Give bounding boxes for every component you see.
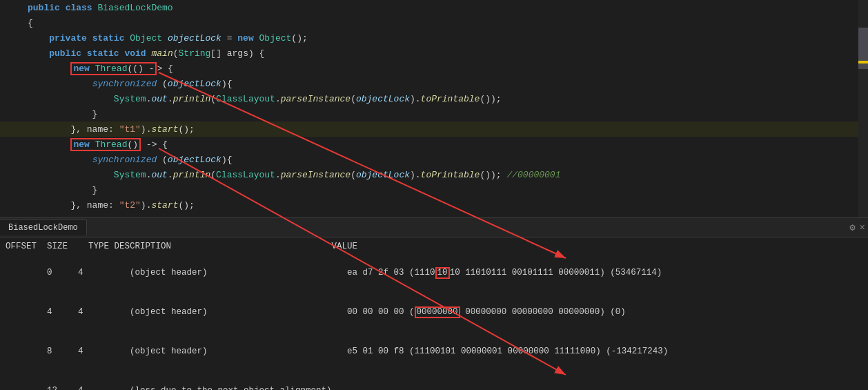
thread1-end-line: }, name: "t1").start(); (0, 121, 868, 137)
console-header: OFFSET SIZE TYPE DESCRIPTION VALUE (6, 240, 862, 253)
console-tab-biasedlockdemo[interactable]: BiasedLockDemo (0, 220, 87, 235)
close-icon[interactable]: × (860, 222, 865, 233)
code-line: public static void main(String[] args) { (0, 46, 868, 61)
code-line: public class BiasedLockDemo (0, 0, 868, 15)
code-line: private static Object objectLock = new O… (0, 30, 868, 46)
console-area: BiasedLockDemo ⚙ × OFFSET SIZE TYPE DESC… (0, 217, 868, 390)
thread1-line: new Thread(() -> { (0, 61, 868, 76)
code-line: }, name: "t2").start(); (0, 197, 868, 213)
scrollbar-mark (858, 61, 868, 64)
console-row-8: 8 4 (object header) e5 01 00 f8 (1110010… (6, 332, 862, 371)
console-tab-bar: BiasedLockDemo ⚙ × (0, 218, 868, 237)
code-line: } (0, 106, 868, 121)
editor-scrollbar[interactable] (858, 0, 868, 217)
code-line: synchronized (objectLock){ (0, 152, 868, 167)
code-line: System.out.println(ClassLayout.parseInst… (0, 167, 868, 182)
code-line: { (0, 15, 868, 30)
console-row-0: 0 4 (object header) ea d7 2f 03 (1110101… (6, 253, 862, 293)
gear-icon[interactable]: ⚙ (849, 222, 855, 233)
code-editor: public class BiasedLockDemo { private st… (0, 0, 868, 217)
code-line: } (0, 182, 868, 197)
thread2-line: new Thread() -> { (0, 137, 868, 152)
code-line: synchronized (objectLock){ (0, 76, 868, 91)
console-content: OFFSET SIZE TYPE DESCRIPTION VALUE 0 4 (… (0, 237, 868, 390)
code-line: System.out.println(ClassLayout.parseInst… (0, 91, 868, 106)
console-row-4: 4 4 (object header) 00 00 00 00 (0000000… (6, 293, 862, 332)
console-row-12: 12 4 (loss due to the next object alignm… (6, 371, 862, 390)
console-tab-icons: ⚙ × (849, 222, 868, 233)
